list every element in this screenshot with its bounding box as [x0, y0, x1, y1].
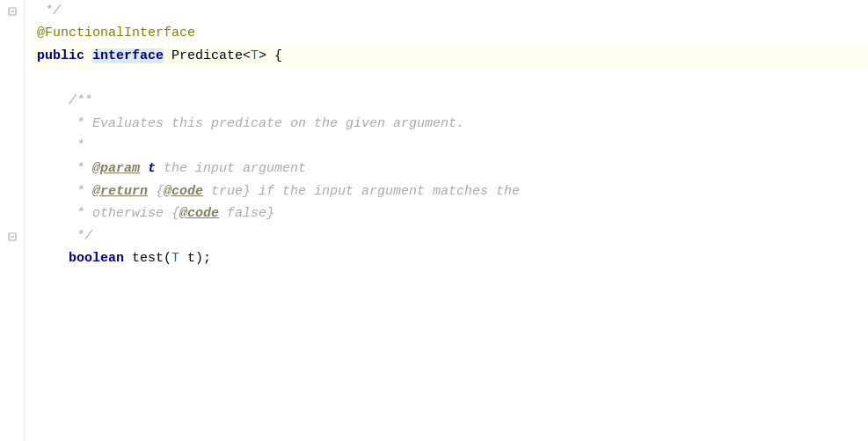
code-line: * [33, 136, 868, 158]
gutter-icon [0, 180, 25, 203]
token-type-param: T [171, 248, 179, 269]
token-javadoc: * [37, 181, 92, 202]
token-comment: */ [37, 1, 61, 22]
gutter-icon [0, 202, 25, 225]
code-line: * otherwise {@code false} [33, 202, 868, 225]
token-normal: > { [259, 46, 282, 67]
code-line: */ [33, 0, 868, 23]
token-javadoc [140, 158, 148, 180]
code-line: public interface Predicate<T> { [33, 45, 868, 68]
gutter-icon [0, 225, 25, 248]
token-javadoc-tag: @param [92, 158, 140, 180]
code-content: */@FunctionalInterfacepublic interface P… [25, 0, 868, 441]
code-line: /** [33, 90, 868, 113]
code-line: * @param t the input argument [33, 158, 868, 180]
token-javadoc: * otherwise { [37, 203, 179, 224]
token-javadoc: /** [37, 91, 92, 112]
token-javadoc: true} if the input argument matches the [203, 181, 520, 202]
token-normal: t); [179, 248, 211, 269]
code-line: */ [33, 225, 868, 248]
token-javadoc-code: @code [179, 203, 219, 224]
gutter-icon [0, 113, 25, 136]
token-type-param: T [251, 46, 259, 67]
token-javadoc: { [148, 181, 164, 202]
code-editor: */@FunctionalInterfacepublic interface P… [0, 0, 868, 441]
token-javadoc: * [37, 136, 84, 157]
code-line: boolean test(T t); [33, 248, 868, 271]
token-javadoc-param: t [148, 158, 156, 180]
gutter-icon [0, 136, 25, 158]
token-javadoc: the input argument [156, 158, 306, 180]
token-javadoc: * [37, 158, 92, 180]
token-javadoc: * Evaluates this predicate on the given … [37, 114, 464, 135]
gutter-icon [0, 90, 25, 113]
gutter-icon [0, 0, 25, 23]
gutter-icon [0, 68, 25, 91]
token-javadoc-code: @code [164, 181, 203, 202]
token-annotation: @FunctionalInterface [37, 23, 195, 44]
code-line [33, 68, 868, 91]
token-normal [84, 46, 92, 67]
token-keyword: interface [92, 46, 164, 67]
token-normal [37, 248, 69, 269]
gutter [0, 0, 25, 441]
code-line: * @return {@code true} if the input argu… [33, 180, 868, 203]
gutter-icon [0, 45, 25, 68]
token-javadoc: */ [37, 226, 92, 247]
code-area: */@FunctionalInterfacepublic interface P… [0, 0, 868, 441]
token-javadoc: false} [219, 203, 274, 224]
code-line: @FunctionalInterface [33, 23, 868, 46]
code-line: * Evaluates this predicate on the given … [33, 113, 868, 136]
token-javadoc-tag: @return [92, 181, 148, 202]
token-keyword: public [37, 46, 84, 67]
highlighted-word: interface [92, 48, 164, 63]
token-normal: Predicate< [164, 46, 251, 67]
token-normal: test( [124, 248, 171, 269]
token-keyword: boolean [69, 248, 124, 269]
gutter-icon [0, 248, 25, 271]
gutter-icon [0, 23, 25, 46]
gutter-icon [0, 158, 25, 180]
